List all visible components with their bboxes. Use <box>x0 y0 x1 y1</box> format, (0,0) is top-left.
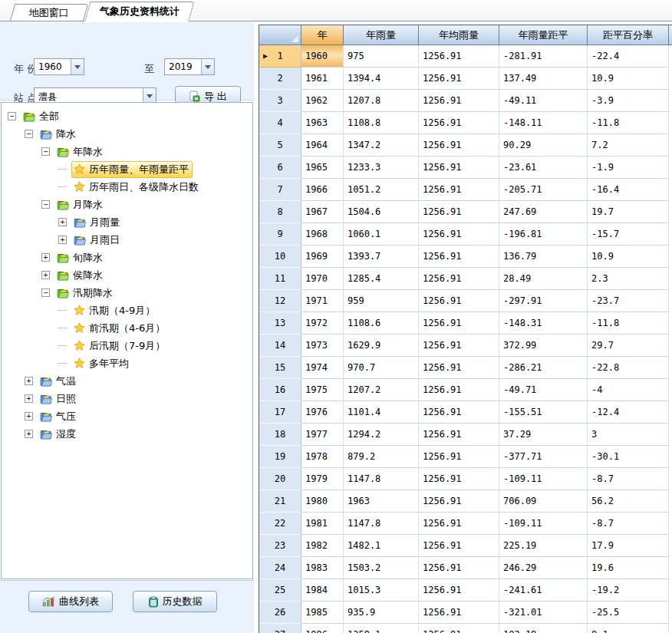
table-cell[interactable]: -23.7 <box>588 290 669 312</box>
column-header[interactable]: 距平百分率 <box>588 25 669 45</box>
table-cell[interactable]: 3 <box>588 424 669 446</box>
table-cell[interactable]: 1975 <box>301 379 344 401</box>
column-header[interactable]: 年均雨量 <box>419 25 499 45</box>
tree-expand-icon[interactable]: + <box>25 377 33 385</box>
row-header[interactable]: 26 <box>259 602 301 624</box>
table-cell[interactable]: 1347.2 <box>344 134 419 157</box>
tree-expand-icon[interactable]: + <box>25 394 33 403</box>
table-cell[interactable]: 706.09 <box>499 490 588 513</box>
row-header[interactable]: 16 <box>259 379 301 401</box>
table-cell[interactable]: 1256.91 <box>419 223 499 246</box>
table-cell[interactable]: 1393.7 <box>344 246 419 268</box>
table-cell[interactable]: 1051.2 <box>344 179 419 201</box>
table-cell[interactable]: 1256.91 <box>419 268 499 290</box>
tree-node-selected[interactable]: 历年雨量、年雨量距平 <box>71 161 193 178</box>
table-cell[interactable]: 1147.8 <box>344 513 419 535</box>
table-cell[interactable]: 1256.91 <box>419 424 499 446</box>
table-cell[interactable]: 970.7 <box>344 357 419 379</box>
tree-node[interactable]: 历年雨日、各级降水日数 <box>71 179 203 196</box>
row-header[interactable]: 3 <box>259 90 301 112</box>
chevron-down-icon[interactable] <box>71 59 84 74</box>
row-header[interactable]: 20 <box>259 468 301 490</box>
table-cell[interactable]: 1504.6 <box>344 201 419 223</box>
table-cell[interactable]: -3.9 <box>588 90 669 112</box>
tree-node[interactable]: 全部 <box>21 108 63 125</box>
tree-node[interactable]: 多年平均 <box>71 355 133 372</box>
row-header[interactable]: ▶1 <box>259 45 301 68</box>
table-cell[interactable]: 1985 <box>301 602 344 624</box>
table-cell[interactable]: 1207.8 <box>344 90 419 112</box>
table-cell[interactable]: 1256.91 <box>419 557 499 579</box>
table-cell[interactable]: 1963 <box>344 490 419 513</box>
table-cell[interactable]: 1982 <box>301 535 344 557</box>
table-cell[interactable]: -49.71 <box>499 379 588 401</box>
table-cell[interactable]: 1147.8 <box>344 468 419 490</box>
table-cell[interactable]: 1256.91 <box>419 379 499 401</box>
table-cell[interactable]: 137.49 <box>499 68 588 90</box>
column-header[interactable]: 年雨量 <box>344 25 419 45</box>
table-cell[interactable]: 975 <box>344 45 419 68</box>
table-cell[interactable]: 879.2 <box>344 446 419 468</box>
table-cell[interactable]: 1963 <box>301 112 344 134</box>
tree-node[interactable]: 年降水 <box>54 143 107 160</box>
table-cell[interactable]: -15.7 <box>588 223 669 246</box>
table-cell[interactable]: 1256.91 <box>419 112 499 134</box>
table-cell[interactable]: 1256.91 <box>419 468 499 490</box>
select-all-corner[interactable] <box>259 25 301 45</box>
table-cell[interactable]: 10.9 <box>588 246 669 268</box>
table-cell[interactable]: -25.5 <box>588 602 669 624</box>
table-cell[interactable]: 1101.4 <box>344 401 419 424</box>
table-cell[interactable]: 1986 <box>301 624 344 633</box>
curve-list-button[interactable]: 曲线列表 <box>28 591 113 612</box>
table-cell[interactable]: 372.99 <box>499 335 588 357</box>
row-header[interactable]: 2 <box>259 68 301 90</box>
year-from-select[interactable]: 1960 <box>34 58 84 75</box>
tree-node[interactable]: 月降水 <box>54 196 107 213</box>
table-cell[interactable]: 1015.3 <box>344 579 419 602</box>
tree-node[interactable]: 月雨量 <box>71 214 124 231</box>
table-cell[interactable]: 2.3 <box>588 268 669 290</box>
table-cell[interactable]: 1968 <box>301 223 344 246</box>
row-header[interactable]: 9 <box>259 223 301 246</box>
tree-expand-icon[interactable]: + <box>58 218 67 226</box>
row-header[interactable]: 6 <box>259 157 301 179</box>
row-header[interactable]: 17 <box>259 401 301 424</box>
tree-expand-icon[interactable]: + <box>25 412 33 420</box>
tree-node[interactable]: 日照 <box>38 391 80 407</box>
table-cell[interactable]: -281.91 <box>499 45 588 68</box>
table-cell[interactable]: 1256.91 <box>419 535 499 557</box>
table-cell[interactable]: 1629.9 <box>344 335 419 357</box>
table-cell[interactable]: 56.2 <box>588 490 669 513</box>
table-cell[interactable]: 1256.91 <box>419 513 499 535</box>
table-cell[interactable]: -16.4 <box>588 179 669 201</box>
table-cell[interactable]: -22.8 <box>588 357 669 379</box>
tree-node[interactable]: 汛期降水 <box>54 285 117 302</box>
table-cell[interactable]: 1978 <box>301 446 344 468</box>
table-cell[interactable]: 136.79 <box>499 246 588 268</box>
table-cell[interactable]: 1256.91 <box>419 335 499 357</box>
table-cell[interactable]: 1285.4 <box>344 268 419 290</box>
table-cell[interactable]: -109.11 <box>499 468 588 490</box>
table-cell[interactable]: 10.9 <box>588 68 669 90</box>
table-cell[interactable]: 37.29 <box>499 424 588 446</box>
table-cell[interactable]: -286.21 <box>499 357 588 379</box>
table-cell[interactable]: 1960 <box>301 45 344 68</box>
table-cell[interactable]: 1256.91 <box>419 290 499 312</box>
row-header[interactable]: 21 <box>259 490 301 513</box>
table-cell[interactable]: 1979 <box>301 468 344 490</box>
tree-expand-icon[interactable]: + <box>41 253 50 262</box>
table-cell[interactable]: 1256.91 <box>419 602 499 624</box>
column-header[interactable]: 年雨量距平 <box>499 25 588 45</box>
table-cell[interactable]: 225.19 <box>499 535 588 557</box>
table-cell[interactable]: -241.61 <box>499 579 588 602</box>
row-header[interactable]: 24 <box>259 557 301 579</box>
table-cell[interactable]: 1971 <box>301 290 344 312</box>
chevron-down-icon[interactable] <box>201 59 214 74</box>
tree-node[interactable]: 后汛期（7-9月） <box>71 338 169 354</box>
tree-expand-icon[interactable]: + <box>41 271 50 279</box>
tree-node[interactable]: 气压 <box>38 408 80 425</box>
table-cell[interactable]: 19.6 <box>588 557 669 579</box>
table-cell[interactable]: -12.4 <box>588 401 669 424</box>
table-cell[interactable]: 247.69 <box>499 201 588 223</box>
table-cell[interactable]: 1207.2 <box>344 379 419 401</box>
